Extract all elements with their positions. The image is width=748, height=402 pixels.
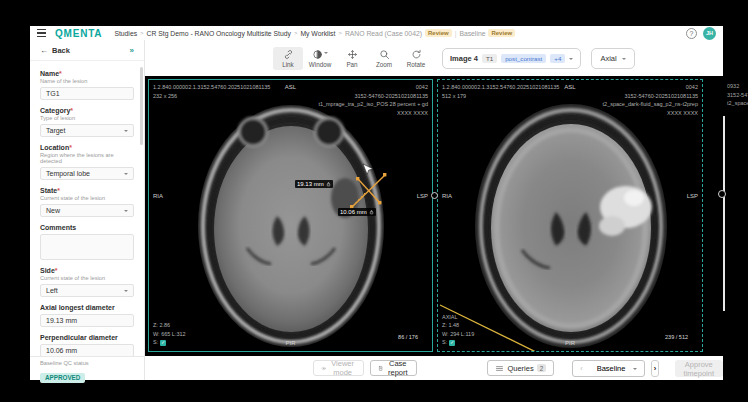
viewer-area: 19.13 mm 10.06 mm 1.2.840.000002.1.3152.… [145, 76, 726, 356]
topbar: QMENTA Studies > CR Stg Demo - RANO Onco… [30, 26, 723, 40]
zoom-tool-button[interactable]: Zoom [369, 47, 399, 70]
prev-timepoint-button[interactable]: ‹ [573, 361, 590, 376]
approve-timepoint-button[interactable]: Approve timepoint [675, 360, 723, 377]
user-avatar[interactable]: JH [703, 27, 716, 40]
lesion-form: Name* Name of the lesion Category* Type … [30, 61, 144, 356]
sequence-name: t1_mprage_tra_p2_iso_POS 28 percent + gd [318, 100, 428, 109]
viewport-t1[interactable]: 19.13 mm 10.06 mm 1.2.840.000002.1.3152.… [148, 79, 433, 352]
orientation-marker-bottom: PIR [149, 339, 432, 348]
location-field-hint: Region where the lesions are detected [40, 152, 134, 164]
back-label: Back [52, 46, 70, 55]
qc-status-label: Baseline QC status [40, 360, 134, 366]
queries-button[interactable]: Queries 2 [487, 360, 554, 376]
slice-slider-handle[interactable] [718, 190, 726, 198]
chevron-down-icon [124, 210, 128, 214]
pan-icon [347, 49, 358, 60]
sidebar-scrollbar[interactable] [140, 67, 143, 145]
viewport-flair[interactable]: 1.2.840.000002.1.3152.54760.202510210811… [437, 79, 703, 352]
axial-diameter-input[interactable] [40, 314, 134, 327]
patient-name: XXXX XXXX [603, 109, 698, 118]
help-icon[interactable]: ? [686, 28, 697, 39]
breadcrumb: Studies > CR Stg Demo - RANO Oncology Mu… [114, 29, 515, 37]
topbar-actions: ? JH [686, 27, 716, 40]
chevron-down-icon [124, 130, 128, 134]
image-dims: 232 x 256 [153, 92, 270, 101]
sequence-name: t2_space_dark-fluid_sag_p2_ns-t2prep [603, 100, 698, 109]
measurement-label-long[interactable]: 19.13 mm [295, 180, 333, 188]
chevron-down-icon [622, 58, 626, 62]
timepoint-select[interactable]: Baseline [590, 361, 645, 376]
image-selector-title: Image 4 [450, 54, 478, 63]
breadcrumb-item-case[interactable]: RANO Read (Case 0042) [345, 30, 422, 37]
window-tool-button[interactable]: Window [305, 47, 335, 70]
breadcrumb-separator: > [338, 30, 342, 36]
next-timepoint-button[interactable]: › [651, 360, 658, 377]
lock-icon [369, 209, 374, 215]
name-input[interactable] [40, 87, 134, 100]
breadcrumb-separator: > [294, 30, 298, 36]
image-selector-dropdown[interactable]: Image 4 T1 post_contrast +4 [442, 48, 581, 69]
chevron-down-icon [569, 58, 573, 62]
hamburger-menu-icon[interactable] [37, 29, 46, 37]
orientation-marker-left: RIA [442, 192, 452, 201]
sync-checkbox[interactable]: ✓ [449, 340, 455, 346]
t1-brain-image [149, 80, 433, 352]
location-select[interactable]: Temporal lobe [40, 167, 134, 180]
window-level-icon [312, 49, 323, 60]
case-report-button[interactable]: Case report [370, 360, 418, 376]
patient-name: XXXX XXXX [318, 109, 428, 118]
flair-brain-image [438, 80, 703, 352]
pan-tool-button[interactable]: Pan [337, 47, 367, 70]
lock-icon [326, 181, 331, 187]
perp-diameter-label: Perpendicular diameter [40, 334, 134, 341]
rotate-tool-button[interactable]: Rotate [401, 47, 431, 70]
baseline-review-badge: Review [488, 29, 515, 37]
sync-label: S: [153, 338, 158, 347]
brand-logo[interactable]: QMENTA [55, 28, 102, 39]
name-field-label: Name* [40, 70, 134, 77]
sync-checkbox[interactable]: ✓ [160, 340, 166, 346]
breadcrumb-item-worklist[interactable]: My Worklist [300, 30, 335, 37]
more-series-chip: +4 [550, 54, 565, 63]
baseline-label: Baseline [459, 30, 485, 37]
link-icon [283, 49, 294, 60]
orientation-marker-bottom: PIR [438, 339, 702, 348]
viewer-mode-button[interactable]: Viewer mode [313, 360, 364, 376]
orientation-marker-top: ASL [438, 83, 702, 92]
image-dims: 512 x 179 [442, 92, 559, 101]
slice-counter: 239 / 512 [665, 333, 688, 342]
breadcrumb-item-studies[interactable]: Studies [114, 30, 137, 37]
state-select[interactable]: New [40, 204, 134, 217]
viewer-toolbar: Link Window Pan Zoom Rotate Image 4 T1 p… [145, 40, 723, 76]
cropped-viewport-fragment: 0932 3152-54760-20251021081135 t2_space_… [727, 82, 748, 106]
sync-label: S: [442, 338, 447, 347]
case-review-badge: Review [425, 29, 452, 37]
slice-counter: 86 / 176 [398, 333, 418, 342]
collapse-panel-icon[interactable]: » [130, 46, 134, 55]
orientation-marker-left: RIA [153, 192, 163, 201]
zoom-level: Z: 1.48 [442, 321, 474, 330]
back-button[interactable]: ← Back » [30, 40, 144, 61]
category-select[interactable]: Target [40, 124, 134, 137]
state-field-label: State* [40, 187, 134, 194]
side-field-label: Side* [40, 267, 134, 274]
link-tool-button[interactable]: Link [273, 47, 303, 70]
study-id: 3152-54760-20251021081135 [603, 92, 698, 101]
side-field-hint: Current state of the lesion [40, 275, 134, 281]
breadcrumb-item-study[interactable]: CR Stg Demo - RANO Oncology Multisite St… [147, 30, 291, 37]
rotate-icon [411, 49, 422, 60]
slice-slider-track[interactable] [723, 116, 725, 311]
location-field-label: Location* [40, 144, 134, 151]
back-arrow-icon: ← [40, 46, 48, 55]
side-select[interactable]: Left [40, 284, 134, 297]
comments-field-label: Comments [40, 224, 134, 231]
comments-textarea[interactable] [40, 234, 134, 260]
viewport-status: Z: 2.86 W: 665 L:312 S: ✓ [153, 321, 186, 347]
breadcrumb-separator: > [140, 30, 144, 36]
measurement-label-perp[interactable]: 10.06 mm [338, 208, 376, 216]
viewport-divider-handle[interactable] [431, 192, 438, 199]
zoom-level: Z: 2.86 [153, 321, 186, 330]
category-field-label: Category* [40, 107, 134, 114]
plane-selector-dropdown[interactable]: Axial [591, 48, 634, 69]
perp-diameter-input[interactable] [40, 344, 134, 356]
